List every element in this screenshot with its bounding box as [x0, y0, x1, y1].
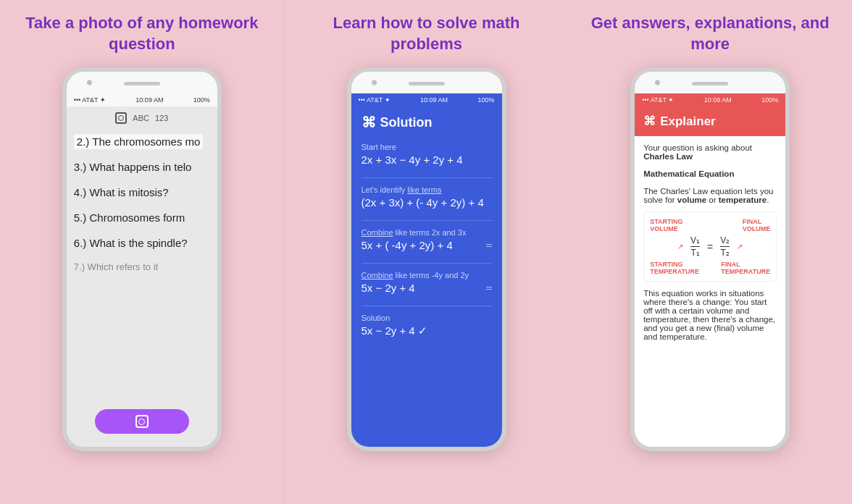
step-5-label: Solution — [362, 314, 492, 322]
status-time-3: 10:09 AM — [704, 96, 732, 104]
final-volume-label: FINALVOLUME — [743, 218, 771, 232]
diagram-top-row: STARTINGVOLUME FINALVOLUME — [650, 218, 770, 232]
hw-line-2: 3.) What happens in telo — [74, 159, 210, 175]
arrow-left: ↗ — [677, 243, 683, 251]
phone-screen-3: ⌘ Explainer Your question is asking abou… — [635, 106, 785, 447]
phone-speaker-3 — [692, 82, 728, 85]
step-5-expr: 5x − 2y + 4 ✓ — [362, 324, 492, 337]
hw-line-4: 5.) Chromosomes form — [74, 210, 210, 225]
v1-label: V₁ — [690, 235, 700, 247]
phone-frame-2: ••• AT&T ✦ 10:09 AM 100% ⌘ Solution Star… — [347, 67, 506, 451]
panel-solution: Learn how to solve math problems ••• AT&… — [285, 0, 569, 504]
phone-camera-2 — [372, 80, 377, 85]
phone-screen-1: ABC 123 2.) The chromosomes mo 3.) What … — [67, 106, 217, 447]
hw-line-6: 7.) Which refers to it — [74, 261, 210, 274]
hw-line-5: 6.) What is the spindle? — [74, 235, 210, 251]
status-carrier-3: ••• AT&T ✦ — [642, 96, 674, 104]
status-time-2: 10:09 AM — [420, 96, 448, 104]
explainer-icon: ⌘ — [643, 114, 656, 129]
step-1: Start here 2x + 3x − 4y + 2y + 4 — [362, 143, 492, 166]
panel-explainer: Get answers, explanations, and more ••• … — [568, 0, 852, 504]
phone-top-bar-1 — [67, 72, 217, 93]
step-4-expr: 5x − 2y + 4 — [362, 282, 415, 294]
final-temp-label: FINALTEMPERATURE — [721, 261, 770, 275]
panel-take-photo: Take a photo of any homework question ••… — [0, 0, 285, 504]
status-battery-3: 100% — [761, 96, 778, 104]
divider-4 — [362, 306, 492, 306]
phone-status-bar-1: ••• AT&T ✦ 10:09 AM 100% — [67, 93, 217, 106]
camera-mode-icon — [115, 112, 127, 124]
divider-2 — [362, 220, 492, 221]
divider-3 — [362, 263, 492, 264]
solution-screen: ⌘ Solution Start here 2x + 3x − 4y + 2y … — [351, 106, 502, 447]
step-3: Combine like terms 2x and 3x 5x + ( -4y … — [362, 228, 492, 251]
step-4-arrow — [486, 287, 492, 290]
t1-label: T₁ — [690, 248, 699, 258]
step-3-arrow — [486, 244, 492, 247]
step-3-expr: 5x + ( -4y + 2y) + 4 — [362, 239, 453, 251]
explainer-body: Your question is asking about Charles La… — [635, 136, 785, 447]
diagram-formula: ↗ V₁ T₁ = V₂ T₂ ↗ — [650, 235, 770, 258]
app-icon-2: ⌘ — [362, 114, 376, 131]
panel1-title: Take a photo of any homework question — [0, 13, 284, 54]
phone-frame-1: ••• AT&T ✦ 10:09 AM 100% ABC 123 2.) The… — [62, 67, 222, 451]
phone-camera-3 — [655, 80, 660, 85]
arrow-right: ↗ — [737, 243, 743, 251]
phone-top-bar-2 — [351, 72, 502, 93]
panel2-title: Learn how to solve math problems — [285, 13, 569, 54]
starting-temp-label: STARTINGTEMPERATURE — [650, 261, 699, 275]
solution-header: ⌘ Solution — [362, 114, 492, 131]
v2-label: V₂ — [720, 235, 730, 247]
step-4-label: Combine like terms -4y and 2y — [362, 271, 492, 280]
fraction-v2-t2: V₂ T₂ — [720, 235, 730, 258]
camera-mode-icons: ABC 123 — [74, 112, 210, 124]
hw-line-1: 2.) The chromosomes mo — [74, 134, 210, 149]
phone-top-bar-3 — [635, 72, 785, 93]
phone-frame-3: ••• AT&T ✦ 10:09 AM 100% ⌘ Explainer You… — [630, 67, 790, 451]
step-2-expr: (2x + 3x) + (- 4y + 2y) + 4 — [362, 196, 492, 209]
mode-label-123: 123 — [155, 114, 168, 122]
step-3-row: 5x + ( -4y + 2y) + 4 — [362, 239, 492, 251]
explainer-footnote: This equation works in situations where … — [643, 289, 777, 341]
status-battery-2: 100% — [477, 96, 494, 104]
status-carrier-1: ••• AT&T ✦ — [74, 96, 106, 104]
phone-speaker-2 — [409, 82, 445, 85]
highlight-temperature: temperature — [719, 196, 767, 204]
t2-label: T₂ — [721, 248, 730, 258]
phone-status-bar-2: ••• AT&T ✦ 10:09 AM 100% — [351, 93, 502, 106]
hw-line-3: 4.) What is mitosis? — [74, 185, 210, 200]
fraction-v1-t1: V₁ T₁ — [690, 235, 700, 258]
camera-screen: ABC 123 2.) The chromosomes mo 3.) What … — [67, 106, 217, 447]
mode-label-abc: ABC — [133, 114, 149, 122]
phone-status-bar-3: ••• AT&T ✦ 10:09 AM 100% — [635, 93, 785, 106]
section-description: The Charles' Law equation lets you solve… — [643, 187, 777, 204]
status-carrier-2: ••• AT&T ✦ — [359, 96, 390, 104]
phone-screen-2: ⌘ Solution Start here 2x + 3x − 4y + 2y … — [351, 106, 502, 447]
capture-button[interactable] — [95, 409, 189, 434]
step-4: Combine like terms -4y and 2y 5x − 2y + … — [362, 271, 492, 294]
step-1-label: Start here — [362, 143, 492, 151]
divider-1 — [362, 177, 492, 178]
connector-or: or — [709, 196, 718, 204]
diagram-bottom-row: STARTINGTEMPERATURE FINALTEMPERATURE — [650, 261, 770, 275]
starting-volume-label: STARTINGVOLUME — [650, 218, 682, 232]
status-time-1: 10:09 AM — [135, 96, 163, 104]
explainer-title: Explainer — [660, 114, 716, 129]
step-1-expr: 2x + 3x − 4y + 2y + 4 — [362, 154, 492, 166]
step-3-label: Combine like terms 2x and 3x — [362, 228, 492, 237]
highlight-volume: volume — [677, 196, 706, 204]
step-2: Let's identify like terms (2x + 3x) + (-… — [362, 185, 492, 209]
status-battery-1: 100% — [193, 96, 210, 104]
capture-button-icon — [135, 415, 149, 428]
step-5: Solution 5x − 2y + 4 ✓ — [362, 314, 492, 337]
phone-camera-1 — [87, 80, 92, 85]
explainer-intro: Your question is asking about Charles La… — [643, 143, 777, 161]
section-title: Mathematical Equation — [643, 169, 777, 178]
charles-law-diagram: STARTINGVOLUME FINALVOLUME ↗ V₁ T₁ = V₂ — [643, 211, 777, 282]
phone-speaker-1 — [124, 82, 160, 85]
step-2-label: Let's identify like terms — [362, 185, 492, 194]
explainer-header: ⌘ Explainer — [635, 106, 785, 136]
explainer-topic: Charles Law — [643, 152, 693, 161]
equals-sign: = — [707, 241, 713, 253]
step-4-row: 5x − 2y + 4 — [362, 282, 492, 294]
